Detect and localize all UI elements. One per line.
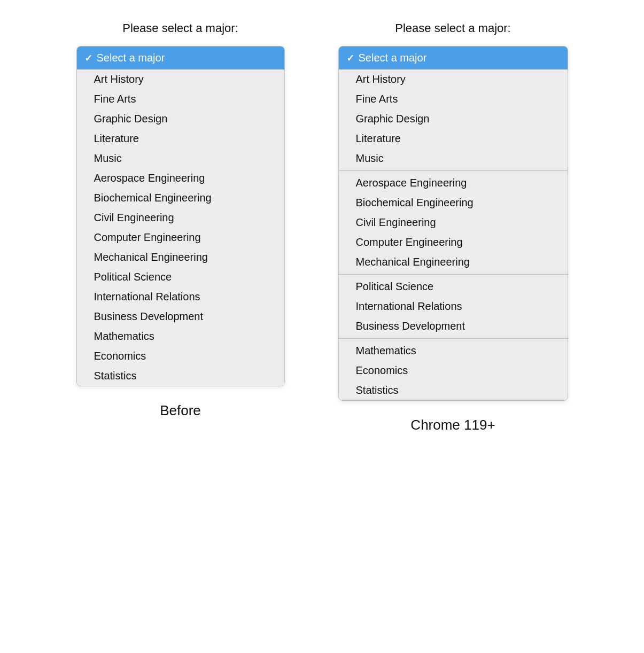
dropdown-option[interactable]: Aerospace Engineering: [77, 168, 284, 188]
dropdown-option[interactable]: Business Development: [77, 307, 284, 326]
before-options-list: Art HistoryFine ArtsGraphic DesignLitera…: [77, 69, 284, 386]
dropdown-option[interactable]: Economics: [77, 346, 284, 366]
before-label: Please select a major:: [122, 21, 238, 35]
after-selected-label: Select a major: [359, 52, 427, 64]
dropdown-option[interactable]: Computer Engineering: [77, 228, 284, 247]
comparison-wrapper: Please select a major: ✓ Select a major …: [11, 21, 633, 433]
before-selected-option[interactable]: ✓ Select a major: [77, 46, 284, 69]
before-column: Please select a major: ✓ Select a major …: [76, 21, 285, 419]
dropdown-option[interactable]: Fine Arts: [339, 89, 568, 109]
before-caption: Before: [160, 402, 201, 419]
dropdown-option[interactable]: Business Development: [339, 316, 568, 336]
dropdown-option[interactable]: Music: [339, 149, 568, 168]
dropdown-option[interactable]: Economics: [339, 361, 568, 380]
dropdown-option[interactable]: Statistics: [77, 366, 284, 386]
dropdown-option[interactable]: Mechanical Engineering: [77, 247, 284, 267]
dropdown-option[interactable]: Mechanical Engineering: [339, 252, 568, 272]
after-selected-option[interactable]: ✓ Select a major: [339, 46, 568, 69]
dropdown-option[interactable]: Literature: [339, 129, 568, 149]
dropdown-option[interactable]: Graphic Design: [339, 109, 568, 129]
dropdown-option[interactable]: Statistics: [339, 380, 568, 400]
dropdown-option[interactable]: Civil Engineering: [77, 208, 284, 228]
dropdown-option[interactable]: Political Science: [77, 267, 284, 287]
before-dropdown[interactable]: ✓ Select a major Art HistoryFine ArtsGra…: [76, 46, 285, 386]
before-selected-label: Select a major: [97, 52, 165, 64]
after-dropdown[interactable]: ✓ Select a major Art HistoryFine ArtsGra…: [338, 46, 568, 401]
checkmark-icon-right: ✓: [346, 52, 354, 64]
dropdown-option[interactable]: Fine Arts: [77, 89, 284, 109]
group-divider: [339, 274, 568, 275]
after-column: Please select a major: ✓ Select a major …: [338, 21, 568, 433]
dropdown-option[interactable]: Art History: [77, 69, 284, 89]
after-label: Please select a major:: [395, 21, 510, 35]
dropdown-option[interactable]: Civil Engineering: [339, 213, 568, 232]
checkmark-icon: ✓: [84, 52, 92, 64]
dropdown-option[interactable]: International Relations: [77, 287, 284, 307]
dropdown-option[interactable]: Mathematics: [77, 326, 284, 346]
dropdown-option[interactable]: Art History: [339, 69, 568, 89]
dropdown-option[interactable]: Computer Engineering: [339, 232, 568, 252]
dropdown-option[interactable]: Political Science: [339, 277, 568, 297]
dropdown-option[interactable]: Music: [77, 149, 284, 168]
group-divider: [339, 170, 568, 171]
dropdown-option[interactable]: Biochemical Engineering: [339, 193, 568, 213]
dropdown-option[interactable]: Mathematics: [339, 341, 568, 361]
dropdown-option[interactable]: Aerospace Engineering: [339, 173, 568, 193]
after-caption: Chrome 119+: [410, 417, 495, 433]
group-divider: [339, 338, 568, 339]
dropdown-option[interactable]: Literature: [77, 129, 284, 149]
dropdown-option[interactable]: Graphic Design: [77, 109, 284, 129]
dropdown-option[interactable]: International Relations: [339, 297, 568, 316]
after-options-list: Art HistoryFine ArtsGraphic DesignLitera…: [339, 69, 568, 400]
dropdown-option[interactable]: Biochemical Engineering: [77, 188, 284, 208]
